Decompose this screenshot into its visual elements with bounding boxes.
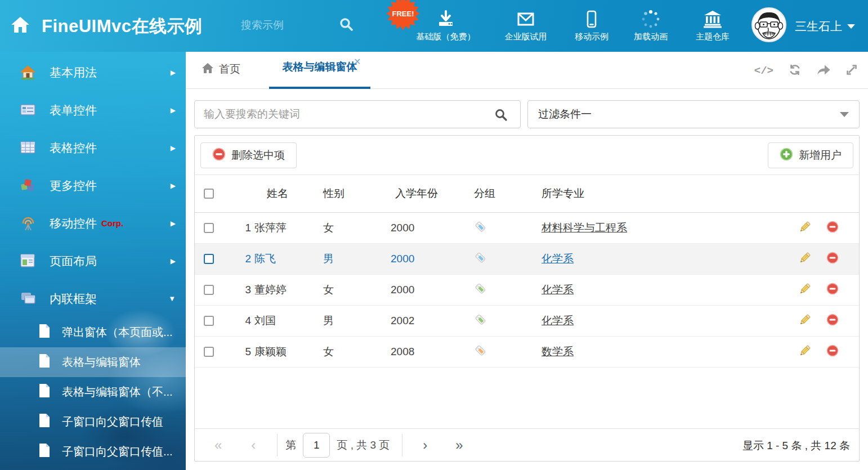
sidebar-item-iframe[interactable]: 内联框架 ▼ (0, 280, 186, 317)
delete-minus-icon[interactable] (826, 221, 839, 236)
cell-year: 2002 (391, 315, 474, 327)
chevron-right-icon: ▶ (171, 144, 176, 152)
tag-icon (474, 285, 487, 297)
sidebar-subitem-label: 表格与编辑窗体 (62, 355, 141, 370)
row-checkbox[interactable] (204, 223, 214, 233)
select-all-checkbox[interactable] (204, 189, 214, 199)
sidebar-item-grid-controls[interactable]: 表格控件 ▶ (0, 129, 186, 167)
sidebar-item-mobile-controls[interactable]: 移动控件 Corp. ▶ (0, 204, 186, 242)
avatar[interactable] (751, 7, 786, 42)
file-icon (38, 324, 51, 341)
sidebar-item-more-controls[interactable]: 更多控件 ▶ (0, 167, 186, 204)
layout-icon (20, 254, 37, 268)
sidebar-item-form-controls[interactable]: 表单控件 ▶ (0, 91, 186, 129)
nav-item-theme-store[interactable]: 主题仓库 (686, 0, 740, 52)
search-icon[interactable] (494, 108, 508, 124)
major-link[interactable]: 化学系 (542, 253, 574, 265)
sidebar: 基本用法 ▶ 表单控件 ▶ 表格控件 ▶ 更多控件 ▶ (0, 52, 186, 470)
sidebar-item-page-layout[interactable]: 页面布局 ▶ (0, 242, 186, 280)
nav-label: 主题仓库 (696, 32, 730, 42)
row-number: 5 (231, 346, 254, 358)
cell-group (474, 251, 542, 267)
nav-item-basic-edition[interactable]: 基础版（免费） (406, 0, 485, 52)
row-checkbox[interactable] (204, 316, 214, 326)
sidebar-subitem-grid-edit-window-2[interactable]: 表格与编辑窗体（不... (0, 377, 186, 407)
cubes-icon (20, 178, 37, 193)
chevron-down-icon: ▼ (168, 294, 176, 303)
delete-minus-icon[interactable] (826, 283, 839, 298)
row-checkbox[interactable] (204, 347, 214, 357)
nav-item-mobile-demos[interactable]: 移动示例 (566, 0, 618, 52)
tab-label: 首页 (219, 62, 240, 77)
delete-minus-icon[interactable] (826, 252, 839, 267)
view-source-icon[interactable]: </> (754, 65, 773, 77)
edit-pencil-icon[interactable] (798, 313, 812, 329)
delete-selected-button[interactable]: 删除选中项 (200, 142, 297, 168)
table-row[interactable]: 5 康颖颖 女 2008 数学系 (195, 337, 859, 368)
nav-label: 移动示例 (575, 32, 609, 42)
table-row[interactable]: 2 陈飞 男 2000 化学系 (195, 244, 859, 275)
user-name[interactable]: 三生石上 (795, 19, 842, 34)
add-user-button[interactable]: 新增用户 (768, 142, 853, 168)
sidebar-subitem-label: 子窗口向父窗口传值 (62, 414, 163, 429)
row-number: 3 (231, 284, 254, 296)
chevron-right-icon: ▶ (171, 220, 176, 227)
close-icon[interactable]: ✕ (354, 56, 361, 67)
header-cell-checkbox (195, 189, 231, 199)
row-checkbox[interactable] (204, 254, 214, 264)
edit-pencil-icon[interactable] (798, 344, 812, 360)
search-icon[interactable] (339, 17, 354, 34)
edit-pencil-icon[interactable] (798, 220, 812, 236)
table-row[interactable]: 3 董婷婷 女 2000 化学系 (195, 275, 859, 306)
major-link[interactable]: 化学系 (542, 315, 574, 326)
cell-year: 2000 (391, 222, 474, 234)
prev-page-button[interactable]: ‹ (251, 438, 256, 452)
major-link[interactable]: 数学系 (542, 346, 574, 357)
first-page-button[interactable]: « (214, 438, 222, 452)
cell-gender: 男 (323, 252, 391, 266)
sidebar-item-basic-usage[interactable]: 基本用法 ▶ (0, 53, 186, 91)
tag-icon (474, 223, 487, 235)
app-title: FineUIMvc在线示例 (42, 15, 203, 38)
table-body: 1 张萍萍 女 2000 材料科学与工程系 (195, 213, 859, 368)
sidebar-subitem-popup-window[interactable]: 弹出窗体（本页面或... (0, 317, 186, 347)
table-row[interactable]: 4 刘国 男 2002 化学系 (195, 306, 859, 337)
table-row[interactable]: 1 张萍萍 女 2000 材料科学与工程系 (195, 213, 859, 244)
row-checkbox[interactable] (204, 285, 214, 295)
sidebar-subitem-child-to-parent[interactable]: 子窗口向父窗口传值 (0, 407, 186, 437)
chevron-right-icon: ▶ (171, 182, 176, 190)
tab-home[interactable]: 首页 (202, 62, 240, 77)
file-icon (38, 353, 51, 371)
chevron-down-icon[interactable] (847, 24, 855, 29)
button-label: 删除选中项 (231, 148, 285, 163)
major-link[interactable]: 化学系 (542, 284, 574, 296)
home-icon[interactable] (10, 15, 30, 37)
sidebar-item-label: 表格控件 (50, 140, 97, 156)
sidebar-subitem-grid-edit-window[interactable]: 表格与编辑窗体 (0, 347, 186, 377)
nav-item-enterprise-trial[interactable]: 企业版试用 (494, 0, 557, 52)
edit-pencil-icon[interactable] (798, 282, 812, 298)
bank-icon (703, 8, 723, 30)
page-number-input[interactable] (303, 433, 330, 458)
chevron-right-icon: ▶ (171, 106, 176, 114)
delete-minus-icon[interactable] (826, 344, 839, 360)
delete-minus-icon[interactable] (826, 314, 839, 329)
tag-icon (474, 254, 487, 266)
nav-item-loading-animations[interactable]: 加载动画 (625, 0, 677, 52)
tag-icon (474, 347, 487, 359)
last-page-button[interactable]: » (455, 438, 463, 452)
pagination-bar: « ‹ 第 页 , 共 3 页 › » 显示 1 - 5 条 , 共 12 条 (195, 428, 859, 461)
divider (277, 434, 278, 456)
main-content: 首页 表格与编辑窗体 ✕ </> 过滤条件一 (186, 52, 868, 470)
filter-dropdown[interactable]: 过滤条件一 (527, 100, 860, 128)
edit-pencil-icon[interactable] (798, 251, 812, 267)
share-icon[interactable] (816, 63, 831, 79)
keyword-search-input[interactable] (194, 100, 521, 128)
expand-icon[interactable] (845, 64, 858, 78)
next-page-button[interactable]: › (423, 438, 427, 452)
header-search-input[interactable] (241, 16, 331, 35)
cell-group (474, 220, 542, 236)
sidebar-subitem-child-to-parent-2[interactable]: 子窗口向父窗口传值... (0, 437, 186, 467)
refresh-icon[interactable] (788, 63, 802, 79)
major-link[interactable]: 材料科学与工程系 (542, 222, 627, 234)
